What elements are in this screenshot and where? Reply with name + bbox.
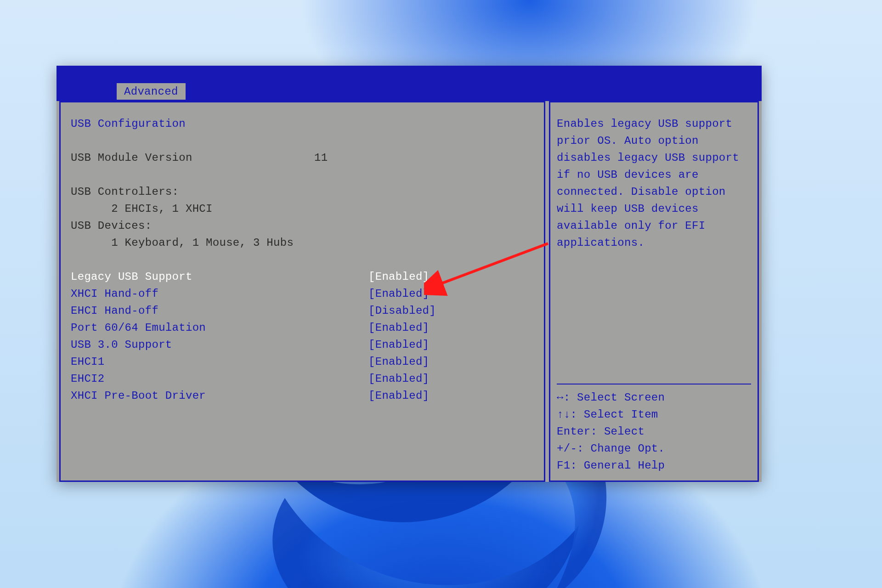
usb-module-version-row: USB Module Version 11 — [71, 149, 534, 166]
hotkey-line: ↑↓: Select Item — [557, 406, 751, 423]
setting-value: [Enabled] — [314, 387, 429, 404]
setting-label: EHCI1 — [71, 353, 314, 370]
setting-label: USB 3.0 Support — [71, 336, 314, 353]
setting-label: XHCI Pre-Boot Driver — [71, 387, 314, 404]
usb-controllers-value: 2 EHCIs, 1 XHCI — [71, 200, 534, 217]
setting-xhci-pre-boot-driver[interactable]: XHCI Pre-Boot Driver[Enabled] — [71, 387, 534, 404]
setting-ehci-hand-off[interactable]: EHCI Hand-off[Disabled] — [71, 302, 534, 319]
usb-module-version-value: 11 — [314, 149, 328, 166]
setting-label: EHCI Hand-off — [71, 302, 314, 319]
hotkey-line: F1: General Help — [557, 457, 751, 474]
hotkeys-list: ↔: Select Screen↑↓: Select ItemEnter: Se… — [557, 384, 751, 474]
setting-value: [Disabled] — [314, 302, 436, 319]
setting-label: Legacy USB Support — [71, 268, 314, 285]
usb-devices-label: USB Devices: — [71, 217, 534, 234]
tab-advanced[interactable]: Advanced — [117, 83, 186, 100]
help-text: Enables legacy USB support prior OS. Aut… — [557, 115, 751, 251]
setting-xhci-hand-off[interactable]: XHCI Hand-off[Enabled] — [71, 285, 534, 302]
help-panel: Enables legacy USB support prior OS. Aut… — [549, 101, 759, 482]
setting-value: [Enabled] — [314, 353, 429, 370]
setting-value: [Enabled] — [314, 268, 429, 285]
setting-value: [Enabled] — [314, 336, 429, 353]
bios-header-bar: Advanced — [57, 66, 762, 101]
setting-port-6064-emulation[interactable]: Port 60/64 Emulation[Enabled] — [71, 319, 534, 336]
setting-label: XHCI Hand-off — [71, 285, 314, 302]
hotkey-line: +/-: Change Opt. — [557, 440, 751, 457]
setting-label: EHCI2 — [71, 370, 314, 387]
bios-body: USB Configuration USB Module Version 11 … — [57, 101, 762, 482]
settings-panel: USB Configuration USB Module Version 11 … — [59, 101, 545, 482]
usb-module-version-label: USB Module Version — [71, 149, 314, 166]
setting-value: [Enabled] — [314, 285, 429, 302]
usb-devices-value: 1 Keyboard, 1 Mouse, 3 Hubs — [71, 234, 534, 251]
setting-ehci2[interactable]: EHCI2[Enabled] — [71, 370, 534, 387]
bios-setup-window: Advanced USB Configuration USB Module Ve… — [57, 66, 762, 482]
settings-list: Legacy USB Support[Enabled]XHCI Hand-off… — [71, 268, 534, 404]
setting-value: [Enabled] — [314, 370, 429, 387]
usb-controllers-label: USB Controllers: — [71, 183, 534, 200]
setting-value: [Enabled] — [314, 319, 429, 336]
setting-legacy-usb-support[interactable]: Legacy USB Support[Enabled] — [71, 268, 534, 285]
hotkey-line: ↔: Select Screen — [557, 389, 751, 406]
setting-usb-3-0-support[interactable]: USB 3.0 Support[Enabled] — [71, 336, 534, 353]
hotkey-line: Enter: Select — [557, 423, 751, 440]
setting-ehci1[interactable]: EHCI1[Enabled] — [71, 353, 534, 370]
setting-label: Port 60/64 Emulation — [71, 319, 314, 336]
section-title: USB Configuration — [71, 115, 534, 132]
